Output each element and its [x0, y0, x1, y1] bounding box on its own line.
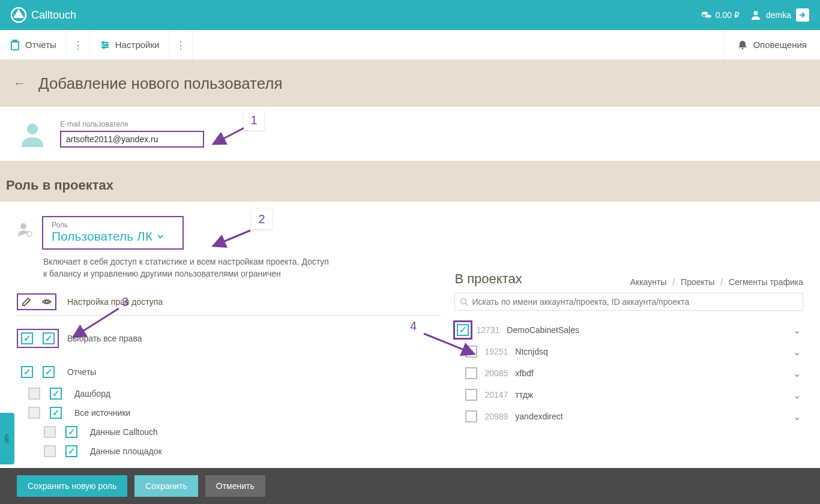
project-checkbox[interactable] [457, 324, 469, 336]
project-checkbox[interactable] [465, 410, 477, 422]
title-bar: ← Добавление нового пользователя [0, 60, 820, 107]
project-checkbox[interactable] [465, 389, 477, 401]
nav-notifications-label: Оповещения [753, 40, 807, 50]
project-search[interactable] [454, 293, 803, 311]
brand-name: Calltouch [31, 9, 76, 22]
user-icon [750, 10, 761, 20]
cancel-button[interactable]: Отменить [205, 475, 265, 497]
balance-display[interactable]: 0.00 ₽ [701, 10, 740, 20]
perm-calltouch-data-view-checkbox[interactable] [65, 426, 77, 438]
annotation-1: 1 [244, 110, 264, 130]
avatar-icon [19, 121, 46, 147]
perm-dashboard-edit-checkbox[interactable] [28, 388, 40, 400]
perm-platform-data-view-checkbox[interactable] [65, 445, 77, 457]
email-input[interactable] [60, 131, 204, 148]
svg-point-12 [20, 223, 26, 229]
project-name: Ntcnjdsq [515, 347, 547, 356]
breadcrumb: Аккаунты / Проекты / Сегменты трафика [630, 277, 803, 287]
back-button[interactable]: ← [13, 76, 26, 91]
chevron-down-icon[interactable]: ⌄ [793, 346, 801, 358]
chevron-down-icon[interactable]: ⌄ [793, 325, 801, 336]
perm-all-sources-view-checkbox[interactable] [50, 407, 62, 419]
save-button[interactable]: Сохранить [134, 475, 198, 497]
nav-reports[interactable]: Отчеты [0, 30, 67, 59]
save-new-role-button[interactable]: Сохранить новую роль [17, 475, 127, 497]
perm-reports-edit-checkbox[interactable] [21, 366, 33, 378]
crumb-segments[interactable]: Сегменты трафика [729, 277, 803, 287]
chevron-down-icon[interactable]: ⌄ [793, 368, 801, 379]
coins-icon [701, 11, 712, 19]
brand-logo[interactable]: Calltouch [11, 7, 76, 23]
chevron-down-icon[interactable]: ⌄ [793, 411, 801, 422]
footer-actions: Сохранить новую роль Сохранить Отменить [0, 468, 820, 504]
user-gear-icon [17, 221, 34, 238]
username: demka [766, 10, 791, 20]
project-checkbox[interactable] [465, 346, 477, 358]
clipboard-icon [10, 40, 20, 50]
role-value: Пользователь ЛК [52, 229, 152, 244]
svg-point-3 [705, 15, 711, 18]
svg-point-8 [106, 44, 107, 46]
user-menu[interactable]: demka [750, 8, 809, 22]
svg-point-11 [27, 124, 38, 134]
svg-point-4 [753, 11, 758, 16]
project-name: DemoCabinetSales [507, 325, 579, 335]
nav-reports-more[interactable]: ⋮ [67, 30, 90, 59]
project-row[interactable]: 20085xfbdf⌄ [454, 362, 803, 384]
annotation-2: 2 [252, 209, 272, 229]
nav-settings-more[interactable]: ⋮ [169, 30, 193, 59]
project-row[interactable]: 12731DemoCabinetSales⌄ [454, 319, 803, 341]
project-list: 12731DemoCabinetSales⌄19251Ntcnjdsq⌄2008… [454, 319, 803, 427]
project-name: ттдж [515, 390, 533, 400]
logout-icon[interactable] [796, 8, 809, 22]
perm-all-edit-checkbox[interactable] [21, 332, 33, 344]
project-row[interactable]: 19251Ntcnjdsq⌄ [454, 341, 803, 362]
pencil-icon [21, 296, 32, 307]
crumb-accounts[interactable]: Аккаунты [630, 277, 667, 287]
eye-icon [41, 296, 52, 307]
crumb-projects[interactable]: Проекты [681, 277, 714, 287]
perm-all-sources-edit-checkbox[interactable] [28, 407, 40, 419]
top-bar: Calltouch 0.00 ₽ demka [0, 0, 820, 30]
chevron-down-icon [156, 232, 164, 241]
project-name: yandexdirect [515, 412, 562, 421]
svg-point-14 [46, 300, 49, 303]
perm-reports-view-checkbox[interactable] [43, 366, 55, 378]
perm-dashboard-label: Дашборд [74, 389, 110, 398]
search-icon [460, 298, 468, 306]
role-select[interactable]: Роль Пользователь ЛК [42, 216, 184, 250]
logo-icon [11, 7, 26, 23]
project-checkbox[interactable] [465, 367, 477, 379]
bell-icon [737, 40, 748, 50]
role-label: Роль [52, 221, 174, 229]
secondary-nav: Отчеты ⋮ Настройки ⋮ Оповещения [0, 30, 820, 60]
perm-calltouch-data-edit-checkbox[interactable] [44, 426, 56, 438]
email-label: E-mail пользователя [60, 120, 204, 128]
email-card: E-mail пользователя [0, 107, 820, 161]
nav-settings-label: Настройки [115, 40, 160, 50]
nav-notifications[interactable]: Оповещения [723, 30, 820, 59]
nav-settings[interactable]: Настройки [90, 30, 170, 59]
chevron-down-icon[interactable]: ⌄ [793, 389, 801, 401]
perm-platform-data-label: Данные площадок [90, 446, 162, 456]
svg-point-7 [102, 41, 104, 43]
perm-header-label: Настройка прав доступа [67, 297, 163, 307]
annotation-4: 4 [410, 319, 417, 333]
project-row[interactable]: 20989yandexdirect⌄ [454, 406, 803, 427]
chat-side-tab[interactable]: чат [0, 413, 14, 464]
balance-value: 0.00 ₽ [716, 10, 740, 20]
project-id: 20147 [484, 390, 508, 400]
perm-all-sources-label: Все источники [74, 408, 130, 418]
perm-dashboard-view-checkbox[interactable] [50, 388, 62, 400]
role-card: Роль Пользователь ЛК Включает в себя дос… [0, 202, 820, 472]
project-search-input[interactable] [472, 297, 798, 307]
section-roles-heading: Роль в проектах [0, 161, 820, 202]
svg-point-10 [742, 47, 744, 49]
svg-point-9 [103, 46, 104, 48]
perm-all-view-checkbox[interactable] [43, 332, 55, 344]
svg-rect-5 [11, 41, 19, 50]
nav-reports-label: Отчеты [25, 40, 56, 50]
project-row[interactable]: 20147ттдж⌄ [454, 384, 803, 406]
perm-platform-data-edit-checkbox[interactable] [44, 445, 56, 457]
svg-point-15 [461, 299, 466, 304]
